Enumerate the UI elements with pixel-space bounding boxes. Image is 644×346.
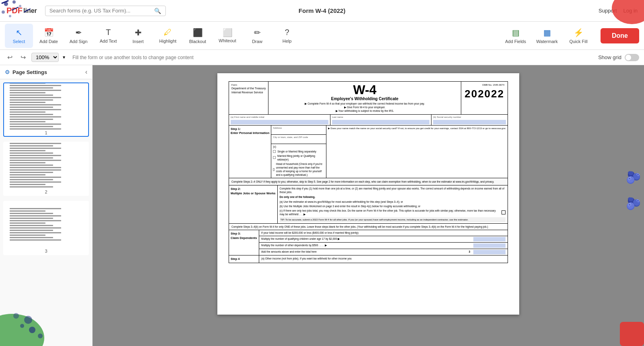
city-label: City or town, state, and ZIP code (273, 136, 324, 139)
firstname-input[interactable] (231, 120, 328, 124)
thumb-lines-1 (7, 83, 64, 130)
watermark-label: Watermark (536, 39, 557, 44)
page-thumb-2[interactable]: 2 (3, 142, 89, 196)
show-grid-label: Show grid (598, 54, 621, 60)
w4-firstname-cell: (a) First name and middle initial (229, 115, 330, 125)
add-sign-tool[interactable]: ✒ Add Sign (64, 24, 93, 48)
step2-c-checkbox[interactable] (502, 210, 506, 214)
highlight-tool[interactable]: 🖊 Highlight (154, 24, 182, 48)
thumb-line (10, 184, 46, 185)
toolbar-hint: Fill the form or use another tools to ch… (72, 55, 194, 60)
login-link[interactable]: Log in (623, 8, 638, 14)
lastname-label: Last name (332, 115, 430, 119)
thumb-line (10, 227, 61, 229)
highlight-icon: 🖊 (164, 28, 172, 37)
step3-label-cell: Step 3: Claim Dependents (229, 230, 259, 255)
lastname-input[interactable] (332, 120, 430, 124)
thumb-line (10, 143, 61, 144)
thumb-line (10, 107, 54, 108)
step2-label-cell: Step 2: Multiple Jobs or Spouse Works (229, 185, 278, 223)
step4-num: Step 4 (231, 257, 257, 262)
show-grid-control: Show grid (598, 54, 639, 61)
step3-total-row: Add the amounts above and enter the tota… (259, 249, 508, 255)
quick-fill-tool[interactable]: ⚡ Quick Fill (564, 24, 592, 48)
search-icon: 🔍 (154, 8, 161, 14)
thumb-line (10, 109, 61, 110)
thumb-line (10, 213, 54, 214)
single-checkbox[interactable] (273, 150, 276, 153)
help-label: Help (283, 39, 292, 43)
step3-sublabel: Claim Dependents (231, 236, 257, 241)
married-checkbox[interactable] (273, 156, 276, 159)
thumb-line (10, 222, 46, 224)
redo-button[interactable]: ↪ (18, 53, 28, 62)
form-word: Form (231, 83, 266, 86)
done-button[interactable]: Done (601, 28, 639, 43)
filing-status-block: (c) Single or Married filing separately … (271, 144, 326, 178)
filing-c-label: (c) (273, 145, 324, 148)
search-input[interactable] (50, 8, 154, 14)
address-input[interactable] (273, 130, 324, 134)
hoh-checkbox[interactable] (273, 168, 274, 171)
thumb-line (10, 239, 61, 241)
thumb-line (10, 152, 54, 154)
w4-step1-main-row: Step 1: Enter Personal Information Addre… (229, 126, 508, 179)
add-fields-tool[interactable]: ▤ Add Fields (502, 24, 530, 48)
whiteout-label: Whiteout (219, 38, 236, 43)
step2-option-c-text: (c) If there are only two jobs total, yo… (280, 209, 500, 216)
step3-children-input[interactable] (473, 237, 506, 241)
thumb-lines-3 (7, 206, 64, 244)
whiteout-icon: ⬜ (223, 29, 231, 37)
zoom-select[interactable]: 100% (31, 53, 59, 62)
help-icon: ? (285, 28, 289, 37)
w4-instruction-3: ▶ Your withholding is subject to review … (270, 109, 459, 113)
whiteout-tool[interactable]: ⬜ Whiteout (213, 24, 242, 48)
ssn-input[interactable] (433, 120, 506, 124)
sidebar-pages: 1 (0, 79, 92, 346)
w4-step2-row: Step 2: Multiple Jobs or Spouse Works Co… (229, 185, 508, 224)
city-input[interactable] (273, 139, 324, 143)
pdf-viewer[interactable]: Form Department of the Treasury Internal… (93, 65, 644, 346)
w4-instruction-1: ▶ Complete Form W-4 so that your employe… (270, 102, 459, 105)
step3-income-note: If your total income will be $200,000 or… (259, 230, 508, 236)
page-num-2: 2 (4, 189, 88, 195)
step1-sublabel: Enter Personal Information (231, 131, 269, 136)
step4-content: (a) Other income (not from jobs). If you… (259, 255, 508, 263)
step2-tip: TIP: To be accurate, submit a 2022 Form … (280, 217, 506, 222)
page-thumb-1[interactable]: 1 (3, 82, 89, 137)
page-num-3: 3 (4, 248, 88, 254)
thumb-line (10, 167, 61, 168)
insert-tool[interactable]: ✚ Insert (124, 24, 152, 48)
show-grid-toggle[interactable] (625, 54, 639, 61)
step3-other-input[interactable] (473, 243, 506, 248)
support-link[interactable]: Support (599, 8, 617, 14)
add-text-label: Add Text (100, 39, 117, 43)
thumb-line (10, 172, 54, 173)
thumb-line (10, 85, 61, 86)
blackout-icon: ⬛ (193, 28, 203, 37)
blackout-tool[interactable]: ⬛ Blackout (184, 24, 212, 48)
w4-step3-note: Complete Steps 3–4(b) on Form W-4 for on… (229, 224, 508, 230)
sidebar-collapse-button[interactable]: ‹ (85, 68, 87, 76)
add-date-tool[interactable]: 📅 Add Date (35, 24, 63, 48)
help-tool[interactable]: ? Help (273, 24, 301, 48)
page-thumb-3[interactable]: 3 (3, 201, 89, 255)
w4-complete-note: Complete Steps 2–4 ONLY if they apply to… (229, 178, 508, 185)
watermark-tool[interactable]: ▦ Watermark (533, 24, 561, 48)
search-box[interactable]: 🔍 (45, 6, 166, 16)
add-text-tool[interactable]: T Add Text (94, 24, 122, 48)
sidebar: ⚙ Page Settings ‹ (0, 65, 93, 346)
w4-form-header: Form Department of the Treasury Internal… (229, 81, 508, 115)
thumb-line (10, 225, 54, 226)
select-label: Select (13, 39, 25, 44)
step3-total-input[interactable] (473, 250, 506, 254)
undo-button[interactable]: ↩ (5, 53, 15, 62)
draw-tool[interactable]: ✏ Draw (243, 24, 271, 48)
w4-title-block: W-4 Employee's Withholding Certificate ▶… (268, 82, 461, 114)
thumb-line (10, 174, 46, 175)
select-tool[interactable]: ↖ Select (5, 24, 33, 48)
w4-step3-row: Step 3: Claim Dependents If your total i… (229, 230, 508, 255)
logo-pdf-text: PDF (6, 6, 23, 15)
thumb-line (10, 177, 61, 178)
step2-option-a: (a) Use the estimator at www.irs.gov/W4A… (280, 200, 506, 204)
